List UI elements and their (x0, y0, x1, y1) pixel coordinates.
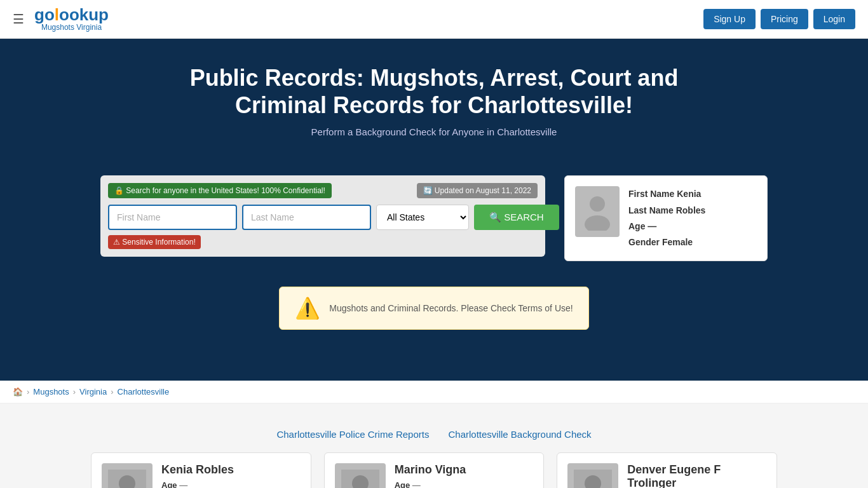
card-avatar (102, 463, 153, 488)
first-name-input[interactable] (108, 205, 237, 230)
warning-text: Mugshots and Criminal Records. Please Ch… (329, 303, 573, 313)
search-button[interactable]: 🔍 SEARCH (474, 205, 559, 230)
search-section: 🔒 Search for anyone in the United States… (0, 175, 868, 287)
breadcrumb-sep-1: › (27, 387, 29, 396)
confidential-badge: 🔒 Search for anyone in the United States… (108, 183, 332, 198)
card-header: Kenia Robles Age — Gender Female (102, 463, 301, 488)
logo[interactable]: golookup Mugshots Virginia (34, 6, 109, 32)
mugshot-card[interactable]: Marino Vigna Age — Gender Male Possible … (324, 452, 545, 488)
card-name: Marino Vigna (395, 463, 466, 477)
logo-sub: Mugshots Virginia (34, 23, 109, 32)
profile-first-name: First Name Kenia (628, 186, 705, 202)
breadcrumb: 🏠 › Mugshots › Virginia › Charlottesvill… (0, 381, 868, 403)
breadcrumb-mugshots[interactable]: Mugshots (33, 387, 69, 396)
card-header: Denver Eugene F Trolinger Age 27 Gender … (567, 463, 766, 488)
hamburger-icon[interactable]: ☰ (13, 11, 24, 27)
profile-card: First Name Kenia Last Name Robles Age — … (564, 175, 768, 261)
profile-last-name: Last Name Robles (628, 203, 705, 219)
cards-grid: Kenia Robles Age — Gender Female Possibl… (85, 452, 783, 488)
profile-info: First Name Kenia Last Name Robles Age — … (628, 186, 705, 250)
mugshot-card[interactable]: Kenia Robles Age — Gender Female Possibl… (91, 452, 311, 488)
header-left: ☰ golookup Mugshots Virginia (13, 6, 109, 32)
card-name: Denver Eugene F Trolinger (627, 463, 766, 488)
profile-avatar (575, 186, 620, 237)
header-right: Sign Up Pricing Login (703, 9, 855, 29)
logo-text: golookup (34, 6, 109, 23)
mugshot-card[interactable]: Denver Eugene F Trolinger Age 27 Gender … (557, 452, 777, 488)
sensitive-badge: ⚠ Sensitive Information! (108, 235, 201, 249)
card-avatar (567, 463, 618, 488)
login-button[interactable]: Login (813, 9, 855, 29)
warning-icon: ⚠️ (295, 296, 320, 320)
background-check-link[interactable]: Charlottesville Background Check (448, 429, 591, 440)
hero-section: Public Records: Mugshots, Arrest, Court … (0, 39, 868, 175)
svg-point-1 (585, 215, 610, 231)
signup-button[interactable]: Sign Up (703, 9, 756, 29)
card-age: Age — (161, 480, 234, 488)
breadcrumb-sep-3: › (111, 387, 113, 396)
search-inputs: All StatesAlabamaAlaskaArizonaArkansasCa… (108, 205, 538, 230)
card-header: Marino Vigna Age — Gender Male (335, 463, 534, 488)
content-area: Charlottesville Police Crime Reports Cha… (0, 403, 868, 488)
breadcrumb-home[interactable]: 🏠 (13, 387, 23, 396)
card-name: Kenia Robles (161, 463, 234, 477)
card-age: Age — (395, 480, 466, 488)
pricing-button[interactable]: Pricing (761, 9, 808, 29)
search-box: 🔒 Search for anyone in the United States… (100, 175, 545, 257)
card-info: Marino Vigna Age — Gender Male (395, 463, 466, 488)
links-row: Charlottesville Police Crime Reports Cha… (13, 429, 855, 440)
breadcrumb-charlottesville[interactable]: Charlottesville (118, 387, 170, 396)
search-top-bar: 🔒 Search for anyone in the United States… (108, 183, 538, 198)
updated-badge: 🔄 Updated on August 11, 2022 (417, 183, 538, 198)
hero-title: Public Records: Mugshots, Arrest, Court … (148, 64, 720, 119)
profile-gender: Gender Female (628, 234, 705, 250)
profile-age: Age — (628, 219, 705, 234)
card-info: Denver Eugene F Trolinger Age 27 Gender … (627, 463, 766, 488)
state-select[interactable]: All StatesAlabamaAlaskaArizonaArkansasCa… (376, 205, 469, 230)
warning-bar: ⚠️ Mugshots and Criminal Records. Please… (279, 287, 588, 330)
breadcrumb-virginia[interactable]: Virginia (79, 387, 107, 396)
police-reports-link[interactable]: Charlottesville Police Crime Reports (276, 429, 429, 440)
breadcrumb-sep-2: › (73, 387, 76, 396)
card-avatar (335, 463, 386, 488)
last-name-input[interactable] (242, 205, 371, 230)
card-info: Kenia Robles Age — Gender Female (161, 463, 234, 488)
header: ☰ golookup Mugshots Virginia Sign Up Pri… (0, 0, 868, 39)
hero-subtitle: Perform a Background Check for Anyone in… (13, 126, 855, 137)
svg-point-0 (590, 196, 605, 212)
